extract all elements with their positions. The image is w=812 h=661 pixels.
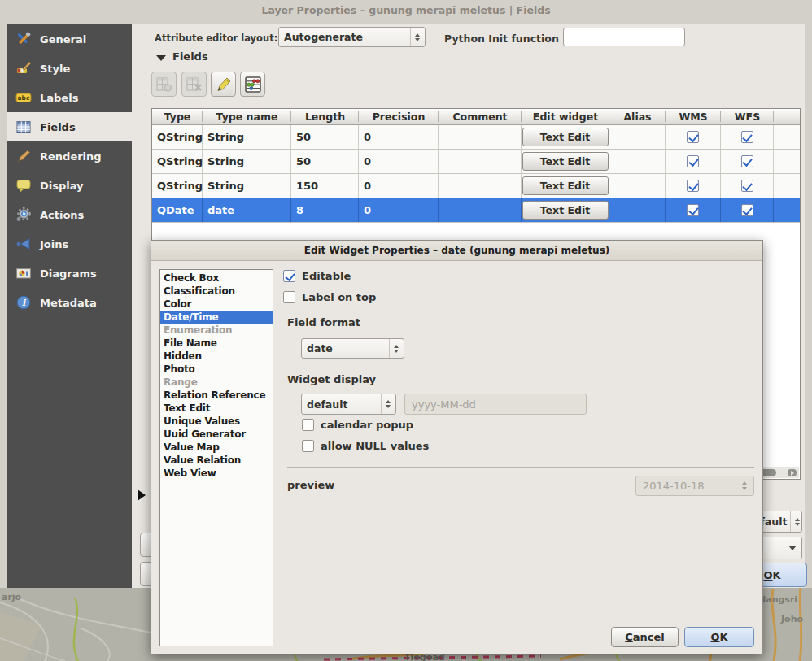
window-title[interactable]: Layer Properties – gunung merapi meletus…: [0, 4, 812, 16]
cell-type-name[interactable]: String: [203, 150, 291, 173]
wms-checkbox[interactable]: [687, 155, 699, 167]
cell-precision[interactable]: 0: [359, 125, 439, 149]
widget-type-item[interactable]: Check Box: [160, 272, 273, 285]
widget-type-item[interactable]: Value Map: [160, 441, 273, 454]
field-format-select[interactable]: date: [301, 338, 404, 359]
widget-type-item[interactable]: Text Edit: [160, 402, 273, 415]
column-header-edit-widget[interactable]: Edit widget: [522, 109, 609, 124]
widget-type-item[interactable]: Value Relation: [160, 454, 273, 467]
cell-alias[interactable]: [609, 174, 666, 198]
cell-precision[interactable]: 0: [359, 150, 439, 173]
cell-type[interactable]: QString: [152, 150, 203, 173]
column-header-type[interactable]: Type: [152, 109, 203, 124]
python-init-input[interactable]: [563, 28, 685, 46]
wms-checkbox[interactable]: [687, 131, 699, 143]
edit-widget-dialog-title[interactable]: Edit Widget Properties – date (gunung me…: [151, 241, 762, 261]
widget-type-item[interactable]: File Name: [160, 337, 273, 350]
delete-column-button[interactable]: [181, 72, 207, 97]
sidebar-item-diagrams[interactable]: Diagrams: [7, 259, 132, 288]
cell-length[interactable]: 50: [291, 150, 359, 173]
cell-precision[interactable]: 0: [359, 198, 439, 222]
table-row[interactable]: QString String 150 0 Text Edit: [152, 174, 800, 198]
edit-widget-button[interactable]: Text Edit: [522, 176, 609, 195]
cancel-mnemonic: C: [625, 631, 633, 643]
column-header-alias[interactable]: Alias: [609, 109, 666, 124]
label-on-top-checkbox[interactable]: [283, 291, 295, 303]
column-header-wms[interactable]: WMS: [666, 109, 721, 124]
wfs-checkbox[interactable]: [741, 155, 753, 167]
cell-type[interactable]: QString: [152, 174, 203, 198]
cell-type-name[interactable]: String: [203, 125, 291, 149]
sidebar-item-rendering[interactable]: Rendering: [7, 141, 132, 171]
collapse-group-icon[interactable]: [156, 55, 166, 61]
sidebar-item-metadata[interactable]: i Metadata: [7, 288, 132, 317]
column-header-wfs[interactable]: WFS: [721, 109, 774, 124]
scrollbar-right-arrow[interactable]: [788, 469, 797, 476]
cell-precision[interactable]: 0: [359, 174, 439, 198]
column-header-precision[interactable]: Precision: [359, 109, 439, 124]
table-row-selected[interactable]: QDate date 8 0 Text Edit: [152, 198, 800, 223]
sidebar-item-display[interactable]: Display: [7, 171, 132, 200]
display-format-field[interactable]: yyyy-MM-dd: [404, 394, 587, 415]
ok-button[interactable]: OK: [684, 627, 754, 647]
column-header-type-name[interactable]: Type name: [203, 109, 291, 124]
edit-widget-button[interactable]: Text Edit: [522, 152, 609, 171]
label-on-top-row: Label on top: [283, 291, 376, 303]
widget-type-item[interactable]: Unique Values: [160, 415, 273, 428]
widget-type-list: Check Box Classification Color Date/Time…: [159, 269, 273, 646]
sidebar-item-joins[interactable]: Joins: [7, 229, 132, 259]
wfs-checkbox[interactable]: [741, 204, 753, 216]
widget-type-item[interactable]: Uuid Generator: [160, 428, 273, 441]
cell-type[interactable]: QString: [152, 125, 203, 149]
cell-comment[interactable]: [439, 174, 522, 198]
field-calculator-button[interactable]: [240, 72, 265, 97]
allow-null-checkbox[interactable]: [302, 440, 314, 452]
cell-type[interactable]: QDate: [152, 198, 203, 222]
widget-display-select[interactable]: default: [301, 394, 396, 415]
cell-comment[interactable]: [439, 150, 522, 173]
display-format-value: yyyy-MM-dd: [412, 398, 476, 411]
column-header-length[interactable]: Length: [291, 109, 359, 124]
cell-wms: [666, 150, 721, 173]
cell-type-name[interactable]: date: [203, 198, 291, 222]
calendar-popup-row: calendar popup: [302, 419, 413, 431]
sidebar-item-general[interactable]: General: [7, 24, 132, 54]
wms-checkbox[interactable]: [687, 204, 699, 216]
sidebar-collapse-arrow[interactable]: [138, 489, 146, 501]
widget-type-item[interactable]: Photo: [160, 363, 273, 376]
widget-type-item[interactable]: Relation Reference: [160, 389, 273, 402]
widget-type-item[interactable]: Web View: [160, 467, 273, 480]
cell-comment[interactable]: [439, 125, 522, 149]
calendar-popup-checkbox[interactable]: [302, 419, 314, 431]
cell-alias[interactable]: [609, 150, 666, 173]
attribute-editor-layout-select[interactable]: Autogenerate: [278, 27, 426, 47]
wfs-checkbox[interactable]: [741, 131, 753, 143]
cell-alias[interactable]: [609, 198, 666, 222]
sidebar-item-actions[interactable]: Actions: [7, 200, 132, 229]
toggle-editing-button[interactable]: [211, 72, 236, 97]
preview-spinbox[interactable]: 2014-10-18: [635, 476, 754, 496]
cancel-button[interactable]: Cancel: [611, 627, 679, 647]
widget-type-item[interactable]: Classification: [160, 285, 273, 298]
sidebar-item-labels[interactable]: abc Labels: [7, 83, 132, 112]
cell-alias[interactable]: [609, 125, 666, 149]
cell-length[interactable]: 8: [291, 198, 359, 222]
table-row[interactable]: QString String 50 0 Text Edit: [152, 125, 800, 150]
widget-type-item-selected[interactable]: Date/Time: [160, 311, 273, 324]
new-column-button[interactable]: [151, 72, 177, 97]
column-header-comment[interactable]: Comment: [439, 109, 522, 124]
table-row[interactable]: QString String 50 0 Text Edit: [152, 150, 800, 174]
sidebar-item-fields[interactable]: Fields: [7, 112, 132, 141]
cell-length[interactable]: 50: [291, 125, 359, 149]
editable-checkbox[interactable]: [283, 270, 295, 282]
wfs-checkbox[interactable]: [741, 180, 753, 192]
edit-widget-button[interactable]: Text Edit: [522, 201, 609, 220]
wms-checkbox[interactable]: [687, 180, 699, 192]
cell-length[interactable]: 150: [291, 174, 359, 198]
sidebar-item-style[interactable]: Style: [7, 54, 132, 83]
cell-comment[interactable]: [439, 198, 522, 222]
cell-type-name[interactable]: String: [203, 174, 291, 198]
widget-type-item[interactable]: Color: [160, 298, 273, 311]
edit-widget-button[interactable]: Text Edit: [522, 128, 609, 146]
widget-type-item[interactable]: Hidden: [160, 350, 273, 363]
